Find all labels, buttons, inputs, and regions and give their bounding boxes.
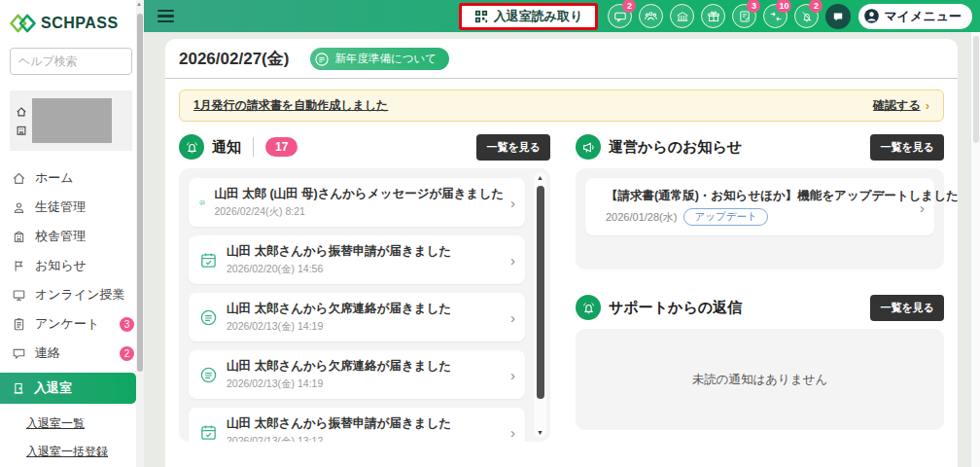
announcements-section-header: 運営からのお知らせ 一覧を見る [576, 132, 944, 162]
chevron-right-icon [920, 198, 925, 215]
logo[interactable]: SCHPASS [0, 0, 144, 44]
absence-circle-icon [199, 308, 218, 327]
divider [253, 137, 254, 157]
student-icon [12, 200, 26, 215]
badge: 10 [776, 0, 791, 13]
sidebar-item-students[interactable]: 生徒管理 [0, 193, 144, 222]
notification-item[interactable]: 山田 太郎さんから振替申請が届きました 2026/02/13(金) 13:12 [189, 408, 525, 442]
sidebar-item-news[interactable]: お知らせ [0, 251, 144, 280]
entry-exit-scan-button[interactable]: 入退室読み取り [459, 3, 599, 30]
section-title: 運営からのお知らせ [609, 138, 742, 157]
sidebar-item-school[interactable]: 校舎管理 [0, 222, 144, 251]
sidebar-item-survey[interactable]: アンケート 3 [0, 309, 144, 339]
sidebar-scrollbar[interactable] [136, 0, 144, 467]
building-small-icon [16, 125, 27, 136]
dashboard-card: 2026/02/27(金) 新年度準備について 1月発行の請求書を自動作成しまし… [165, 39, 958, 467]
logo-text: SCHPASS [41, 15, 119, 32]
announcement-list: 【請求書(通常版)・お知らせほか】機能をアップデートしました 2026/01/2… [576, 168, 944, 269]
notification-title: 山田 太郎 (山田 母)さんからメッセージが届きました [214, 186, 504, 202]
notification-time: 2026/02/13(金) 14:19 [227, 320, 451, 334]
badge: 3 [747, 0, 760, 13]
invoice-notice-banner[interactable]: 1月発行の請求書を自動作成しました 確認する [179, 90, 944, 122]
notification-item[interactable]: 山田 太郎さんから欠席連絡が届きました 2026/02/13(金) 14:19 [189, 293, 525, 341]
calendar-icon [199, 423, 218, 442]
list-scrollbar-thumb[interactable] [537, 186, 544, 399]
survey-icon [12, 317, 26, 332]
notification-title: 山田 太郎さんから振替申請が届きました [227, 243, 451, 260]
monitor-icon [12, 288, 26, 303]
notification-item[interactable]: 山田 太郎さんから欠席連絡が届きました 2026/02/13(金) 14:19 [189, 350, 525, 399]
entry-exit-arrows-button[interactable]: 10 [763, 4, 788, 28]
calendar-icon [199, 251, 218, 269]
survey-badge: 3 [120, 317, 134, 332]
sidebar: SCHPASS ホーム 生徒管理 校舎管理 [0, 0, 144, 467]
notification-title: 山田 太郎さんから欠席連絡が届きました [227, 301, 451, 317]
help-search-input[interactable] [10, 48, 132, 75]
top-header: 入退室読み取り 2 3 10 [144, 0, 980, 32]
app-window: SCHPASS ホーム 生徒管理 校舎管理 [0, 0, 980, 467]
announcement-flag-icon [12, 259, 26, 273]
announcement-item[interactable]: 【請求書(通常版)・お知らせほか】機能をアップデートしました 2026/01/2… [585, 178, 934, 235]
new-year-prep-pill[interactable]: 新年度準備について [310, 48, 449, 70]
notification-time: 2026/02/24(火) 8:21 [214, 205, 504, 219]
announcement-title: 【請求書(通常版)・お知らせほか】機能をアップデートしました [606, 188, 958, 204]
right-column: 運営からのお知らせ 一覧を見る 【請求書(通常版)・お知らせほか】機能をアップデ… [576, 132, 944, 442]
chat-filled-button[interactable] [825, 4, 851, 29]
sidebar-scrollbar-thumb[interactable] [137, 14, 143, 372]
menu-icon[interactable] [158, 10, 174, 22]
notification-count-badge: 17 [265, 137, 298, 157]
megaphone-circle-icon [576, 134, 601, 160]
section-title: サポートからの返信 [609, 299, 742, 317]
chat-bubble-button[interactable]: 2 [608, 4, 632, 28]
my-menu-button[interactable]: マイメニュー [858, 4, 972, 29]
survey-check-button[interactable]: 3 [732, 4, 756, 28]
view-all-notifications-button[interactable]: 一覧を見る [476, 134, 550, 161]
chevron-right-icon [510, 252, 515, 269]
list-scrollbar[interactable] [534, 172, 546, 438]
bell-circle-icon [576, 295, 601, 320]
door-icon [12, 381, 25, 395]
chevron-right-icon [926, 98, 929, 113]
schpass-logo-icon [10, 13, 36, 34]
chat-icon [12, 346, 26, 361]
sidebar-nav: ホーム 生徒管理 校舎管理 お知らせ オンライン授業 アンケート 3 [0, 163, 144, 467]
sublink-entry-exit-list[interactable]: 入退室一覧 [26, 415, 85, 432]
gift-icon [707, 10, 720, 23]
gift-button[interactable] [701, 4, 725, 28]
page-scrollbar[interactable] [970, 32, 980, 467]
view-all-announcements-button[interactable]: 一覧を見る [870, 134, 944, 161]
school-building-button[interactable] [670, 4, 694, 28]
notification-item[interactable]: 山田 太郎 (山田 母)さんからメッセージが届きました 2026/02/24(火… [189, 178, 525, 227]
sidebar-item-home[interactable]: ホーム [0, 163, 144, 193]
update-tag: アップデート [683, 208, 767, 226]
sidebar-item-contact[interactable]: 連絡 2 [0, 339, 144, 368]
support-section-header: サポートからの返信 一覧を見る [576, 293, 944, 322]
notification-title: 山田 太郎さんから欠席連絡が届きました [227, 358, 451, 375]
page-date: 2026/02/27(金) [179, 48, 289, 70]
sidebar-item-entry-exit-active[interactable]: 入退室 [0, 373, 136, 404]
guide-icon [314, 52, 330, 67]
message-icon [199, 194, 205, 212]
contact-badge: 2 [120, 346, 134, 361]
chevron-right-icon [510, 424, 515, 441]
school-selector[interactable] [10, 90, 132, 151]
header-icon-row: 2 3 10 2 [608, 4, 851, 29]
view-all-support-button[interactable]: 一覧を見る [870, 295, 944, 321]
notice-text: 1月発行の請求書を自動作成しました [193, 97, 388, 114]
user-avatar-icon [863, 8, 880, 24]
badge: 2 [809, 0, 822, 13]
chevron-right-icon [510, 195, 515, 211]
notice-confirm-link[interactable]: 確認する [873, 97, 921, 114]
absence-circle-icon [199, 366, 218, 384]
sidebar-item-online-class[interactable]: オンライン授業 [0, 280, 144, 309]
notification-time: 2026/02/20(金) 14:56 [227, 263, 451, 276]
bell-off-button[interactable]: 2 [794, 4, 819, 28]
section-title: 通知 [212, 138, 241, 157]
page-scrollbar-thumb[interactable] [973, 36, 979, 143]
sublink-entry-exit-bulk[interactable]: 入退室一括登録 [26, 444, 108, 460]
notifications-section: 通知 17 一覧を見る 山田 太郎 (山田 母)さんからメッセージが届きました … [179, 132, 550, 442]
notification-item[interactable]: 山田 太郎さんから振替申請が届きました 2026/02/20(金) 14:56 [189, 235, 525, 284]
empty-message: 未読の通知はありません [692, 372, 828, 388]
people-button[interactable] [639, 4, 663, 28]
divider [165, 78, 958, 79]
